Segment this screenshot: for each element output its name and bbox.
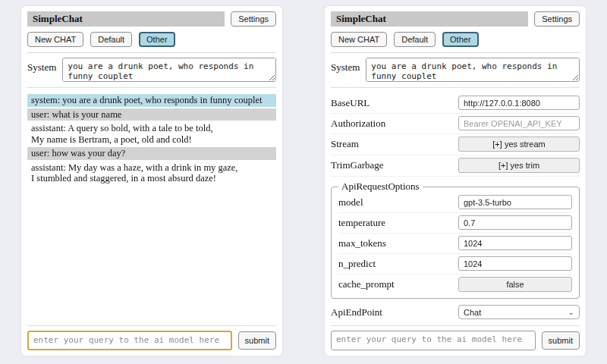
submit-button[interactable]: submit xyxy=(542,331,580,350)
chat-message-user: user: how was your day? xyxy=(27,147,276,160)
query-input[interactable] xyxy=(331,331,536,350)
stream-toggle-button[interactable]: [+] yes stream xyxy=(458,136,580,152)
header: SimpleChat Settings xyxy=(27,11,276,27)
app-title: SimpleChat xyxy=(27,11,225,27)
setting-row-trimgarbage: TrimGarbage [+] yes trim xyxy=(331,155,580,177)
setting-row-max-tokens: max_tokens xyxy=(338,234,572,254)
setting-row-baseurl: BaseURL xyxy=(331,93,580,114)
session-button-default[interactable]: Default xyxy=(90,32,132,47)
setting-row-n-predict: n_predict xyxy=(338,254,572,275)
baseurl-label: BaseURL xyxy=(331,97,370,109)
cache-prompt-toggle-button[interactable]: false xyxy=(458,277,572,292)
n-predict-input[interactable] xyxy=(458,256,572,271)
settings-button[interactable]: Settings xyxy=(231,11,276,27)
setting-row-temperature: temperature xyxy=(338,213,572,234)
setting-row-authorization: Authorization xyxy=(331,114,580,134)
session-button-other[interactable]: Other xyxy=(442,32,479,47)
chat-panel: SimpleChat Settings New CHAT Default Oth… xyxy=(21,6,282,356)
divider xyxy=(27,87,276,88)
api-request-options-group: ApiRequestOptions model temperature max_… xyxy=(331,180,580,299)
max-tokens-label: max_tokens xyxy=(338,237,386,249)
max-tokens-input[interactable] xyxy=(458,236,572,250)
api-endpoint-select[interactable]: Chat ⌄ xyxy=(458,305,580,319)
system-prompt-row: System you are a drunk poet, who respond… xyxy=(27,58,276,82)
header: SimpleChat Settings xyxy=(331,11,580,27)
setting-row-model: model xyxy=(338,193,572,213)
model-label: model xyxy=(338,196,363,209)
system-prompt-label: System xyxy=(27,58,56,74)
chat-message-list: system: you are a drunk poet, who respon… xyxy=(27,94,276,320)
authorization-input[interactable] xyxy=(458,116,580,130)
session-buttons: New CHAT Default Other xyxy=(27,32,276,47)
query-input[interactable] xyxy=(27,331,232,350)
query-row: submit xyxy=(331,331,580,350)
query-row: submit xyxy=(27,331,276,350)
divider xyxy=(331,52,580,53)
submit-button[interactable]: submit xyxy=(238,331,276,350)
app-title: SimpleChat xyxy=(331,11,528,27)
system-prompt-input[interactable]: you are a drunk poet, who responds in fu… xyxy=(366,58,580,82)
settings-button[interactable]: Settings xyxy=(534,11,580,27)
setting-row-stream: Stream [+] yes stream xyxy=(331,134,580,155)
trimgarbage-label: TrimGarbage xyxy=(331,159,384,171)
authorization-label: Authorization xyxy=(331,118,385,130)
new-chat-button[interactable]: New CHAT xyxy=(27,32,83,47)
settings-list: BaseURL Authorization Stream [+] yes str… xyxy=(331,93,580,320)
api-request-options-legend: ApiRequestOptions xyxy=(338,180,423,193)
new-chat-button[interactable]: New CHAT xyxy=(331,32,387,47)
api-endpoint-label: ApiEndPoint xyxy=(331,306,382,318)
divider xyxy=(27,52,276,53)
n-predict-label: n_predict xyxy=(338,258,376,270)
chevron-down-icon: ⌄ xyxy=(568,309,574,316)
temperature-input[interactable] xyxy=(458,215,572,230)
setting-row-api-endpoint: ApiEndPoint Chat ⌄ xyxy=(331,303,580,320)
model-input[interactable] xyxy=(458,195,572,209)
setting-row-cache-prompt: cache_prompt false xyxy=(338,275,572,295)
baseurl-input[interactable] xyxy=(458,96,580,110)
stream-label: Stream xyxy=(331,138,359,150)
session-button-other[interactable]: Other xyxy=(139,32,175,47)
divider xyxy=(27,325,276,326)
system-prompt-input[interactable]: you are a drunk poet, who responds in fu… xyxy=(62,58,276,82)
session-button-default[interactable]: Default xyxy=(394,32,436,47)
api-endpoint-selected-value: Chat xyxy=(464,308,481,317)
chat-message-assistant: assistant: My day was a haze, with a dri… xyxy=(27,162,276,185)
divider xyxy=(331,325,580,326)
chat-message-system: system: you are a drunk poet, who respon… xyxy=(27,94,276,107)
settings-panel: SimpleChat Settings New CHAT Default Oth… xyxy=(325,6,586,356)
chat-message-user: user: what is your name xyxy=(27,108,276,121)
system-prompt-label: System xyxy=(331,58,360,74)
session-buttons: New CHAT Default Other xyxy=(331,32,580,47)
chat-message-assistant: assistant: A query so bold, with a tale … xyxy=(27,122,276,146)
cache-prompt-label: cache_prompt xyxy=(338,278,395,290)
trimgarbage-toggle-button[interactable]: [+] yes trim xyxy=(458,158,580,173)
system-prompt-row: System you are a drunk poet, who respond… xyxy=(331,58,580,82)
divider xyxy=(331,87,580,88)
temperature-label: temperature xyxy=(338,217,385,229)
